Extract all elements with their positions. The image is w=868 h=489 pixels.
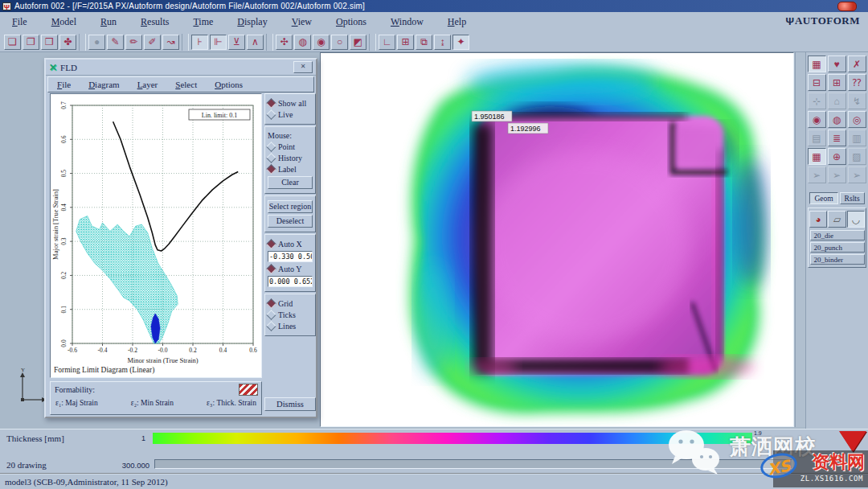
auto-y-checkbox[interactable]: Auto Y	[268, 265, 313, 273]
sphere-mark-icon: ◎	[853, 114, 861, 125]
color-scale-gradient[interactable]	[153, 433, 752, 444]
tool-b-icon: ✏	[129, 36, 137, 47]
y-range-field[interactable]: 0.000 0.652	[268, 276, 313, 287]
export-button[interactable]: ✤	[59, 35, 76, 50]
sphere-red-button[interactable]: ◍	[828, 111, 846, 128]
mouse-radio-label[interactable]: Label	[268, 165, 313, 174]
hatch-gray-icon: ▨	[852, 151, 861, 162]
sphere-button[interactable]: ○	[331, 35, 348, 50]
stage-slider[interactable]	[154, 459, 792, 469]
menu-help[interactable]: Help	[436, 16, 478, 28]
tab-rslts[interactable]: Rslts	[840, 192, 865, 204]
sphere-pair-button[interactable]: ◉	[808, 111, 826, 128]
flag-button[interactable]: ⊻	[228, 35, 245, 50]
new-file-button[interactable]: ❏	[4, 35, 21, 50]
heart-shape-button[interactable]: ♥	[828, 55, 846, 72]
formability-layers-icon[interactable]	[239, 384, 258, 396]
section-x-button[interactable]: ⊦	[191, 35, 208, 50]
select-region-button[interactable]: Select region	[268, 200, 313, 213]
title-bar[interactable]: Ψ Autoform 002 - [/F=/2015A PX/Autoform …	[0, 0, 868, 12]
menu-window[interactable]: Window	[379, 16, 436, 28]
fld-menu-layer[interactable]: Layer	[129, 80, 167, 89]
clip-button[interactable]: ◩	[350, 35, 366, 50]
tool-b-button[interactable]: ✏	[125, 35, 142, 50]
layers-red-button[interactable]: ≣	[828, 129, 846, 146]
menu-model[interactable]: Model	[39, 16, 88, 28]
arrow-gray-2-icon: ➢	[833, 170, 841, 181]
stage-label: 20 drawing	[6, 460, 47, 470]
mouse-radio-history[interactable]: History	[268, 154, 313, 162]
measurement-label[interactable]: 1.950186	[472, 111, 512, 121]
show-all-checkbox[interactable]: Show all	[268, 99, 313, 108]
ticks-checkbox[interactable]: Ticks	[268, 310, 313, 319]
menu-file[interactable]: File	[0, 16, 39, 28]
lines-checkbox[interactable]: Lines	[268, 322, 313, 331]
fld-chart-panel[interactable]: -0.6-0.4-0.2-0.00.20.40.60.00.10.20.30.4…	[50, 93, 262, 378]
save-file-button[interactable]: ❒	[41, 35, 58, 50]
mouse-radio-point[interactable]: Point	[268, 142, 313, 151]
anchor-button[interactable]: ↨	[434, 35, 451, 50]
menu-time[interactable]: Time	[181, 16, 225, 28]
tool-c-icon: ✐	[148, 36, 156, 47]
y-axis-label: Major strain [True Strain]	[51, 189, 59, 260]
globe-wire-button[interactable]: ◍	[294, 35, 311, 50]
sphere-mark-button[interactable]: ◎	[848, 111, 866, 128]
fld-menu-diagram[interactable]: Diagram	[80, 80, 129, 89]
fld-controls: Show all Live Mouse: PointHistoryLabel C…	[264, 93, 316, 378]
rotate-button[interactable]: ✣	[276, 35, 293, 50]
menu-view[interactable]: View	[280, 16, 324, 28]
tool-c-button[interactable]: ✐	[144, 35, 161, 50]
delete-result-button[interactable]: ✗	[848, 55, 866, 72]
sphere-cross-button[interactable]: ⊕	[828, 148, 846, 165]
fld-menu-options[interactable]: Options	[206, 80, 252, 89]
dismiss-button[interactable]: Dismiss	[264, 397, 316, 411]
active-tool-button[interactable]: ✦	[452, 35, 469, 50]
live-checkbox[interactable]: Live	[268, 110, 313, 119]
measurement-label[interactable]: 1.192996	[508, 123, 548, 134]
menu-options[interactable]: Options	[324, 16, 379, 28]
binder-tool-icon: ◡	[852, 214, 860, 225]
menu-results[interactable]: Results	[129, 16, 181, 28]
split-plus-button[interactable]: ⊞	[828, 74, 846, 91]
3d-viewport[interactable]: 1.9501861.192996	[320, 52, 794, 427]
tool-a-button[interactable]: ✎	[107, 35, 124, 50]
globe-shade-button[interactable]: ◉	[313, 35, 330, 50]
eps2-label: ε₂: Min Strain	[131, 399, 174, 407]
section-y-button[interactable]: ⊩	[210, 35, 227, 50]
auto-x-checkbox[interactable]: Auto X	[268, 240, 313, 249]
clear-button[interactable]: Clear	[268, 176, 313, 189]
sheet-tool-button[interactable]: ▱	[828, 211, 845, 228]
x-range-field[interactable]: -0.330 0.500	[268, 251, 313, 262]
object-button-20_binder[interactable]: 20_binder	[810, 254, 865, 265]
result-grid-button[interactable]: ▦	[808, 55, 826, 72]
object-button-20_die[interactable]: 20_die	[810, 230, 865, 240]
tab-geom[interactable]: Geom	[809, 192, 837, 204]
curve-button[interactable]: ↝	[162, 35, 179, 50]
axes-icon: ∟	[383, 36, 392, 47]
fld-chart[interactable]: -0.6-0.4-0.2-0.00.20.40.60.00.10.20.30.4…	[51, 94, 261, 377]
fld-menu-file[interactable]: File	[48, 80, 80, 89]
object-button-20_punch[interactable]: 20_punch	[810, 242, 865, 253]
undo-button[interactable]: ●	[88, 35, 105, 50]
copy-view-button[interactable]: ⧉	[416, 35, 432, 50]
new-file-icon: ❏	[8, 36, 17, 47]
fld-title-bar[interactable]: ✕ FLD ✕	[46, 60, 316, 76]
deselect-button[interactable]: Deselect	[268, 215, 313, 228]
fld-menu-select[interactable]: Select	[166, 80, 206, 89]
grid-checkbox[interactable]: Grid	[268, 299, 313, 308]
menu-display[interactable]: Display	[225, 16, 279, 28]
menu-run[interactable]: Run	[88, 16, 129, 28]
split-minus-button[interactable]: ⊟	[808, 74, 826, 91]
peak-button[interactable]: ∧	[247, 35, 264, 50]
arrow-gray-1-icon: ➢	[813, 170, 821, 181]
die-tool-button[interactable]: ◕	[809, 211, 827, 228]
window-control-button[interactable]	[837, 2, 857, 11]
query-button[interactable]: ⁇	[848, 74, 866, 91]
open-file-button[interactable]: ❐	[23, 35, 39, 50]
fit-view-button[interactable]: ⊞	[397, 35, 414, 50]
grid-active-button[interactable]: ▦	[808, 148, 826, 165]
axes-button[interactable]: ∟	[379, 35, 395, 50]
fld-title: FLD	[60, 63, 77, 72]
fld-close-button[interactable]: ✕	[293, 61, 313, 73]
binder-tool-button[interactable]: ◡	[847, 211, 865, 228]
